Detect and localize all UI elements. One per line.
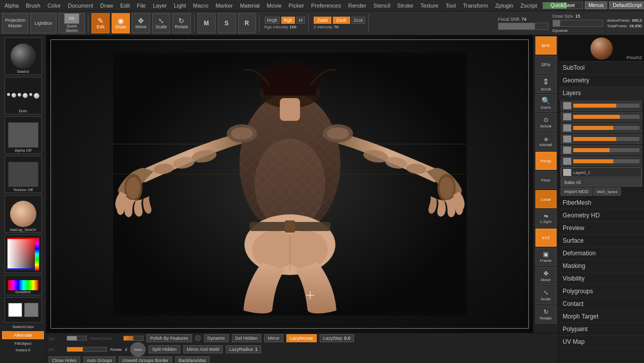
rotate-slider[interactable] xyxy=(67,347,107,352)
bake-all-button[interactable]: Bake All xyxy=(561,178,642,187)
zadd-button[interactable]: Zadd xyxy=(314,17,331,24)
lazy-radius-button[interactable]: LazyRadius 1 xyxy=(226,345,261,353)
backface-mas-button[interactable]: BackfaceMas xyxy=(175,356,210,363)
draw-button[interactable]: ◉ Draw xyxy=(112,13,130,33)
lightbox-button[interactable]: LightBox xyxy=(30,13,57,33)
canvas-area[interactable] xyxy=(46,35,533,333)
alpha-preview[interactable]: Alpha Off xyxy=(5,116,42,154)
split-hidden-button[interactable]: Split Hidden xyxy=(148,345,180,353)
menu-picker[interactable]: Picker xyxy=(287,3,306,9)
uv-map-item[interactable]: UV Map xyxy=(559,336,644,348)
polygroups-item[interactable]: Polygroups xyxy=(559,285,644,298)
dots-brush-preview[interactable]: Dots xyxy=(5,77,42,114)
texture-preview[interactable]: Texture Off xyxy=(5,156,42,193)
frame-button[interactable]: ▣ Frame xyxy=(535,248,557,266)
subtool-item[interactable]: SubTool xyxy=(559,62,644,74)
floor-button[interactable]: Floor xyxy=(535,171,557,189)
radial-count-slider[interactable] xyxy=(123,336,143,341)
focal-shift-slider[interactable] xyxy=(498,23,549,30)
rotate-side-button[interactable]: ↻ Rotate xyxy=(535,305,557,324)
quick-sketch-button[interactable]: ✏ Quick Sketch xyxy=(59,13,85,33)
unweld-groups-border-button[interactable]: Unweld Groups Border xyxy=(119,356,172,363)
swatch-1[interactable] xyxy=(8,303,22,317)
lazy-step-button[interactable]: LazyStep 0.0 xyxy=(320,334,354,342)
move-side-button[interactable]: ✥ Move xyxy=(535,267,557,285)
menu-texture[interactable]: Texture xyxy=(419,3,440,9)
fibermesh-item[interactable]: FiberMesh xyxy=(559,197,644,209)
menu-material[interactable]: Material xyxy=(238,3,261,9)
menu-zplugin[interactable]: Zplugin xyxy=(493,3,515,9)
quicksave-bar[interactable]: QuickSave xyxy=(542,2,583,9)
polypaint-item[interactable]: Polypaint xyxy=(559,323,644,336)
lsym-button[interactable]: ⇆ L.Sym xyxy=(535,209,557,228)
xyz-button[interactable]: XYZ xyxy=(535,229,557,247)
morph-target-item[interactable]: Morph Target xyxy=(559,310,644,323)
swatch-2[interactable] xyxy=(24,303,38,317)
close-holes-button[interactable]: Close Holes xyxy=(48,356,80,363)
layer-item-3[interactable] xyxy=(561,123,642,133)
menu-edit[interactable]: Edit xyxy=(119,3,131,9)
layer-item-5[interactable] xyxy=(561,145,642,155)
menu-zscript[interactable]: Zscript xyxy=(519,3,538,9)
menus-button[interactable]: Menus xyxy=(585,2,607,9)
brush-preview[interactable]: Slash3 xyxy=(5,37,42,75)
syc-slider[interactable] xyxy=(67,336,87,341)
menu-stencil[interactable]: Stencil xyxy=(372,3,391,9)
projection-master-button[interactable]: Projection Master xyxy=(2,13,28,33)
rotate-button[interactable]: ↻ Rotate xyxy=(172,13,191,33)
dynamic-bottom-button[interactable]: Dynamic xyxy=(204,334,229,342)
zsub-button[interactable]: Zsub xyxy=(333,17,350,24)
layers-item[interactable]: Layers xyxy=(559,87,644,100)
contact-item[interactable]: Contact xyxy=(559,298,644,310)
auto-groups-button[interactable]: Auto Groups xyxy=(83,356,116,363)
menu-tool[interactable]: Tool xyxy=(444,3,457,9)
defaultscript-button[interactable]: DefaultScript xyxy=(609,2,644,9)
menu-light[interactable]: Light xyxy=(172,3,187,9)
alternate-button[interactable]: Alternate xyxy=(2,331,44,339)
menu-color[interactable]: Color xyxy=(46,3,62,9)
masking-item[interactable]: Masking xyxy=(559,260,644,273)
menu-stroke[interactable]: Stroke xyxy=(395,3,415,9)
surface-item[interactable]: Surface xyxy=(559,235,644,247)
m-dot-button[interactable]: M xyxy=(296,17,306,24)
preview-thumbnail[interactable]: Pouch2 xyxy=(559,35,644,62)
geometry-item[interactable]: Geometry xyxy=(559,74,644,87)
preview-item[interactable]: Preview xyxy=(559,222,644,235)
zoom-button[interactable]: 🔍 Zoom xyxy=(535,94,557,112)
menu-render[interactable]: Render xyxy=(346,3,368,9)
matcap-preview[interactable]: MatCap_SkinO4 xyxy=(5,195,42,233)
visibility-item[interactable]: Visibility xyxy=(559,273,644,285)
menu-alpha[interactable]: Alpha xyxy=(3,3,20,9)
rgb-button[interactable]: Rgb xyxy=(281,17,295,24)
mirror-and-weld-button[interactable]: Mirror And Weld xyxy=(183,345,223,353)
solo-button[interactable]: Solo xyxy=(130,342,145,356)
local-button[interactable]: Local xyxy=(535,190,557,208)
switch-color-button[interactable]: SwitchColor xyxy=(12,325,34,329)
menu-file[interactable]: File xyxy=(135,3,147,9)
edit-button[interactable]: ✎ Edit xyxy=(91,13,110,33)
aahalf-button[interactable]: ⊗ AAHalf xyxy=(535,132,557,151)
menu-layer[interactable]: Layer xyxy=(152,3,169,9)
mmd-speed-button[interactable]: MMD_Speed xyxy=(593,188,621,196)
menu-marker[interactable]: Marker xyxy=(214,3,234,9)
polish-toggle[interactable] xyxy=(195,335,201,341)
fill-object-button[interactable]: FillObject xyxy=(2,341,44,346)
scale-side-button[interactable]: ⤡ Scale xyxy=(535,286,557,304)
move-button[interactable]: ✥ Move xyxy=(132,13,150,33)
menu-draw[interactable]: Draw xyxy=(98,3,115,9)
color-swatches[interactable] xyxy=(5,297,42,323)
geometry-hd-item[interactable]: Geometry HD xyxy=(559,209,644,222)
zcut-button[interactable]: Zcut xyxy=(352,17,366,24)
scroll-button[interactable]: ⇕ Scroll xyxy=(535,75,557,93)
menu-movie[interactable]: Movie xyxy=(265,3,283,9)
mirror-button[interactable]: Mirror xyxy=(264,334,283,342)
polish-by-features-button[interactable]: Polish By Features xyxy=(146,334,192,342)
scale-button[interactable]: ⤡ Scale xyxy=(152,13,170,33)
color-picker[interactable] xyxy=(5,235,42,273)
lazy-mouse-button[interactable]: LazyMouse xyxy=(286,334,317,342)
bpr-button[interactable]: BPR xyxy=(535,36,557,55)
layer-item-1[interactable] xyxy=(561,101,642,111)
menu-brush[interactable]: Brush xyxy=(24,3,42,9)
draw-size-slider[interactable] xyxy=(553,20,603,27)
gradient-preview[interactable]: Gradient xyxy=(5,275,42,295)
